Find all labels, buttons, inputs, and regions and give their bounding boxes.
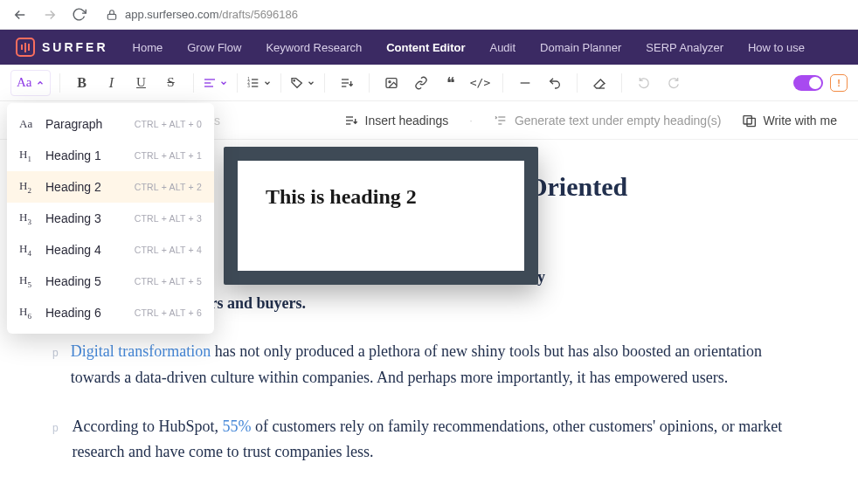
lock-icon [106, 9, 118, 21]
nav-domain-planner[interactable]: Domain Planner [540, 41, 621, 54]
style-heading-5[interactable]: H5 Heading 5 CTRL + ALT + 5 [7, 266, 214, 297]
write-icon [742, 114, 756, 128]
nav-serp-analyzer[interactable]: SERP Analyzer [646, 41, 723, 54]
svg-rect-0 [107, 14, 115, 19]
nav-audit[interactable]: Audit [489, 41, 515, 54]
style-heading-1[interactable]: H1 Heading 1 CTRL + ALT + 1 [7, 140, 214, 171]
toggle-switch[interactable] [793, 75, 823, 91]
hr-button[interactable] [512, 70, 538, 96]
nav-grow-flow[interactable]: Grow Flow [187, 41, 241, 54]
svg-point-10 [294, 79, 294, 80]
paragraph[interactable]: p Digital transformation has not only pr… [52, 339, 795, 390]
link-button[interactable] [408, 70, 434, 96]
h3-icon: H3 [19, 211, 37, 226]
paragraph-icon: Aa [19, 117, 37, 131]
logo[interactable]: SURFER [16, 38, 108, 57]
style-heading-6[interactable]: H6 Heading 6 CTRL + ALT + 6 [7, 297, 214, 328]
link-digital-transformation[interactable]: Digital transformation [71, 342, 211, 360]
text-style-dropdown: Aa Paragraph CTRL + ALT + 0 H1 Heading 1… [7, 103, 214, 334]
reload-icon[interactable] [68, 3, 90, 25]
text-style-button[interactable]: Aa [10, 70, 51, 96]
address-bar[interactable]: app.surferseo.com/drafts/5696186 [106, 8, 298, 21]
style-paragraph[interactable]: Aa Paragraph CTRL + ALT + 0 [7, 108, 214, 140]
svg-point-15 [389, 80, 391, 82]
insert-headings-button[interactable]: Insert headings [344, 114, 449, 128]
list-button[interactable]: 123 [246, 70, 272, 96]
strikethrough-button[interactable]: S [158, 70, 184, 96]
link-55pct[interactable]: 55% [223, 418, 252, 435]
logo-icon [16, 38, 35, 57]
paragraph-marker: p [52, 339, 59, 390]
h4-icon: H4 [19, 242, 37, 258]
undo-button[interactable] [631, 70, 657, 96]
h2-icon: H2 [19, 179, 37, 195]
preview-heading-2: This is heading 2 [266, 185, 417, 208]
undo-arc-button[interactable] [542, 70, 568, 96]
app-nav: SURFER Home Grow Flow Keyword Research C… [0, 30, 858, 65]
editor-toolbar: Aa B I U S 123 ❝ </> ! [0, 65, 858, 101]
code-button[interactable]: </> [467, 70, 494, 96]
style-preview-tooltip: This is heading 2 [224, 147, 538, 285]
generate-icon [494, 114, 508, 128]
write-with-me-button[interactable]: Write with me [742, 114, 837, 128]
nav-home[interactable]: Home [133, 41, 163, 54]
forward-icon[interactable] [38, 3, 61, 26]
back-icon[interactable] [9, 3, 31, 26]
style-heading-4[interactable]: H4 Heading 4 CTRL + ALT + 4 [7, 234, 214, 266]
logo-text: SURFER [42, 40, 108, 54]
insert-headings-icon [344, 114, 358, 128]
style-heading-2[interactable]: H2 Heading 2 CTRL + ALT + 2 [7, 171, 214, 203]
chevron-up-icon [36, 79, 45, 87]
browser-chrome: app.surferseo.com/drafts/5696186 [0, 0, 858, 30]
h1-icon: H1 [19, 148, 37, 163]
redo-button[interactable] [661, 70, 687, 96]
bold-button[interactable]: B [69, 70, 95, 96]
paragraph-marker: p [52, 414, 60, 466]
nav-content-editor[interactable]: Content Editor [386, 41, 465, 54]
tag-button[interactable] [290, 70, 315, 96]
eraser-button[interactable] [586, 70, 612, 96]
align-button[interactable] [203, 70, 228, 96]
insert-heading-button[interactable] [334, 70, 360, 96]
nav-keyword-research[interactable]: Keyword Research [266, 41, 362, 54]
generate-text-button[interactable]: Generate text under empty heading(s) [494, 114, 722, 128]
nav-how-to-use[interactable]: How to use [748, 41, 805, 54]
url-host: app.surferseo.com/drafts/5696186 [125, 8, 298, 21]
style-heading-3[interactable]: H3 Heading 3 CTRL + ALT + 3 [7, 203, 214, 234]
h5-icon: H5 [19, 273, 37, 289]
chevron-down-icon [219, 79, 228, 87]
text-style-icon: Aa [17, 75, 32, 90]
svg-rect-25 [747, 118, 755, 126]
alert-icon[interactable]: ! [830, 74, 848, 92]
image-button[interactable] [378, 70, 405, 96]
underline-button[interactable]: U [128, 70, 155, 96]
paragraph[interactable]: p According to HubSpot, 55% of customers… [52, 414, 795, 466]
h6-icon: H6 [19, 305, 37, 321]
svg-text:3: 3 [247, 84, 250, 88]
italic-button[interactable]: I [99, 70, 125, 96]
quote-button[interactable]: ❝ [438, 70, 464, 96]
